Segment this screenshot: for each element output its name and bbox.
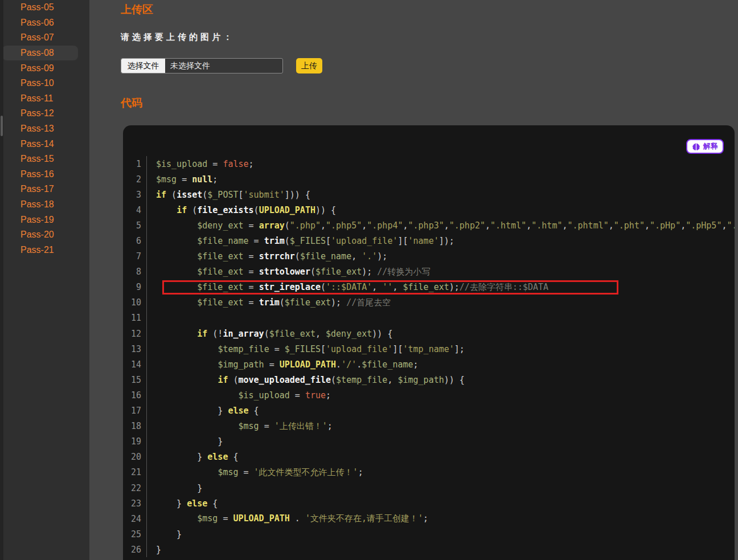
code-text: $msg = UPLOAD_PATH . '文件夹不存在,请手工创建！'; [147,513,735,524]
line-number: 16 [123,387,147,403]
sidebar-item[interactable]: Pass-19 [0,212,89,227]
upload-button[interactable]: 上传 [296,58,322,73]
line-number: 13 [123,341,147,357]
sidebar-item[interactable]: Pass-15 [0,152,89,167]
sidebar-item-label: Pass-10 [20,78,54,88]
main-content: 上传区 请选择要上传的图片： 选择文件 未选择文件 上传 代码 [89,0,738,560]
line-number: 4 [123,202,147,218]
code-text: $file_name = trim($_FILES['upload_file']… [147,236,735,246]
code-text: } [147,483,735,493]
code-line: 2 $msg = null; [123,171,735,187]
sidebar-item-label: Pass-08 [20,48,54,58]
line-number: 25 [123,526,147,542]
sidebar-scrollbar-thumb[interactable] [1,116,3,136]
line-number: 12 [123,326,147,341]
code-line: 15 if (move_uploaded_file($temp_file, $i… [123,372,735,387]
code-line: 24 $msg = UPLOAD_PATH . '文件夹不存在,请手工创建！'; [123,511,735,526]
code-line: 16 $is_upload = true; [123,387,735,403]
sidebar-item[interactable]: Pass-14 [0,136,89,152]
sidebar-item-label: Pass-09 [20,63,54,73]
sidebar-item[interactable]: Pass-13 [0,121,89,137]
code-text: } [147,436,735,447]
sidebar-item-label: Pass-05 [20,2,54,13]
line-number: 10 [123,295,147,310]
pass-sidebar: Pass-05 Pass-06 Pass-07 Pass-08 Pass-09 … [0,0,89,560]
line-number: 26 [123,542,147,557]
code-text: } else { [147,452,735,462]
file-status-text: 未选择文件 [165,59,210,73]
brain-icon [692,142,700,151]
code-panel: 解释 1 $is_upload = false; 2 $msg = null; … [123,125,735,560]
line-number: 1 [123,156,147,171]
code-text: if (move_uploaded_file($temp_file, $img_… [147,375,735,385]
sidebar-item-label: Pass-07 [20,32,54,43]
code-text: } [147,529,735,539]
sidebar-item[interactable]: Pass-12 [0,106,89,121]
sidebar-item-label: Pass-21 [20,245,54,255]
code-line: 12 if (!in_array($file_ext, $deny_ext)) … [123,326,735,341]
explain-button-label: 解释 [703,141,718,152]
sidebar-item[interactable]: Pass-09 [0,60,89,76]
code-line: 4 if (file_exists(UPLOAD_PATH)) { [123,202,735,218]
code-text: $msg = '此文件类型不允许上传！'; [147,467,735,478]
code-text: $temp_file = $_FILES['upload_file']['tmp… [147,344,735,354]
upload-section-title: 上传区 [121,2,738,17]
line-number: 2 [123,171,147,187]
sidebar-item[interactable]: Pass-07 [0,30,89,46]
line-number: 18 [123,419,147,434]
code-line: 5 $deny_ext = array(".php",".php5",".php… [123,218,735,233]
sidebar-item[interactable]: Pass-18 [0,197,89,212]
code-listing: 1 $is_upload = false; 2 $msg = null; 3 i… [123,156,735,557]
code-line: 18 $msg = '上传出错！'; [123,419,735,434]
code-line-highlighted: 9 $file_ext = str_ireplace('::$DATA', ''… [123,280,735,295]
code-line: 13 $temp_file = $_FILES['upload_file']['… [123,341,735,357]
line-number: 20 [123,449,147,465]
code-line: 22 } [123,480,735,496]
code-line: 11 [123,310,735,326]
sidebar-scrollbar[interactable] [0,0,3,560]
code-line: 8 $file_ext = strtolower($file_ext); //转… [123,264,735,280]
code-text: $file_ext = str_ireplace('::$DATA', '', … [147,282,735,293]
line-number: 9 [123,280,147,295]
line-number: 22 [123,480,147,496]
app-root: Pass-05 Pass-06 Pass-07 Pass-08 Pass-09 … [0,0,738,560]
code-text: if (!in_array($file_ext, $deny_ext)) { [147,329,735,339]
code-text: $is_upload = true; [147,390,735,400]
sidebar-item-label: Pass-14 [20,139,54,149]
code-text: if (file_exists(UPLOAD_PATH)) { [147,205,735,215]
sidebar-item[interactable]: Pass-21 [0,243,89,258]
choose-file-button[interactable]: 选择文件 [121,59,165,73]
code-section-title: 代码 [121,96,738,111]
sidebar-item[interactable]: Pass-11 [0,91,89,107]
file-input[interactable]: 选择文件 未选择文件 [121,58,283,73]
code-text: $file_ext = strtolower($file_ext); //转换为… [147,267,735,277]
code-text: $deny_ext = array(".php",".php5",".php4"… [147,220,735,231]
code-line: 17 } else { [123,403,735,419]
code-line: 1 $is_upload = false; [123,156,735,171]
code-text: $file_ext = strrchr($file_name, '.'); [147,251,735,261]
sidebar-item-label: Pass-13 [20,124,54,134]
sidebar-item[interactable]: Pass-20 [0,227,89,243]
sidebar-item[interactable]: Pass-06 [0,15,89,31]
code-line: 10 $file_ext = trim($file_ext); //首尾去空 [123,295,735,310]
code-text: $file_ext = trim($file_ext); //首尾去空 [147,297,735,308]
code-line: 14 $img_path = UPLOAD_PATH.'/'.$file_nam… [123,357,735,372]
code-text: } [147,545,735,555]
sidebar-item-label: Pass-20 [20,230,54,240]
sidebar-item[interactable]: Pass-16 [0,167,89,182]
line-number: 21 [123,465,147,480]
sidebar-item[interactable]: Pass-10 [0,76,89,91]
line-number: 3 [123,187,147,202]
sidebar-item-label: Pass-16 [20,169,54,179]
code-text: } else { [147,406,735,416]
sidebar-item[interactable]: Pass-05 [0,0,89,15]
sidebar-item[interactable]: Pass-17 [0,182,89,197]
code-line: 19 } [123,434,735,449]
line-number: 7 [123,249,147,264]
line-number: 15 [123,372,147,387]
sidebar-item-active[interactable]: Pass-08 [2,46,78,61]
explain-button[interactable]: 解释 [686,139,724,154]
sidebar-item-label: Pass-17 [20,184,54,194]
sidebar-item-label: Pass-18 [20,199,54,210]
line-number: 17 [123,403,147,419]
